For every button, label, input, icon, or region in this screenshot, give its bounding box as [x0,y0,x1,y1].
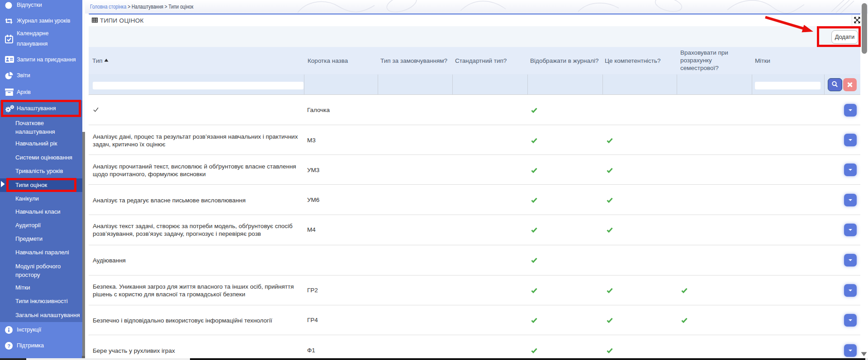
svg-text:?: ? [7,343,10,349]
